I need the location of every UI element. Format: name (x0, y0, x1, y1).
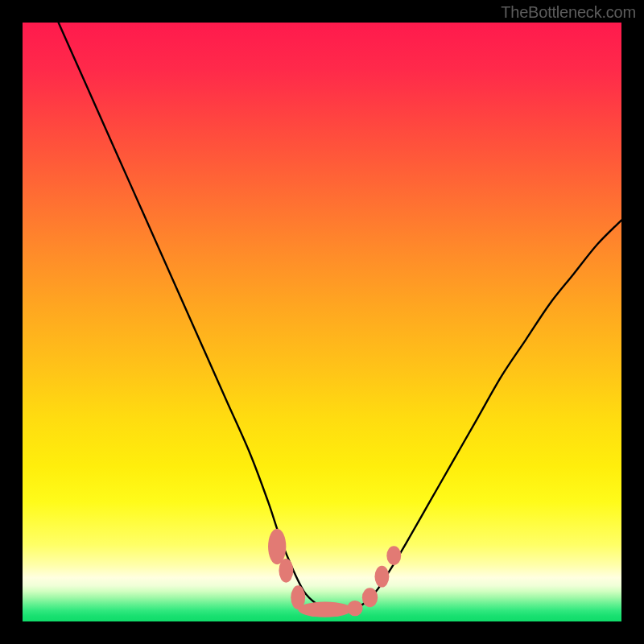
curve-marker (298, 601, 352, 617)
markers-group (268, 529, 401, 617)
curve-marker (347, 601, 362, 616)
outer-frame: TheBottleneck.com (0, 0, 644, 644)
watermark-text: TheBottleneck.com (501, 3, 636, 22)
curve-marker (362, 588, 378, 607)
curve-marker (374, 566, 389, 588)
plot-area (23, 23, 621, 621)
curve-group (59, 23, 621, 610)
chart-svg (23, 23, 621, 621)
curve-marker (386, 546, 401, 565)
curve-marker (279, 559, 293, 583)
curve-marker (268, 529, 286, 565)
bottleneck-curve (59, 23, 621, 610)
